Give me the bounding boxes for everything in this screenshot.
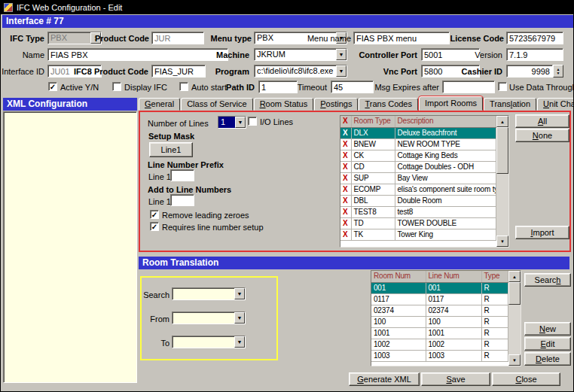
room-num-cell[interactable]: 100 — [371, 316, 426, 327]
line1-button[interactable]: Line1 — [149, 142, 193, 157]
room-num-cell[interactable]: 1001 — [371, 327, 426, 339]
table-row[interactable]: XTDTOWER DOUBLE — [340, 217, 496, 229]
dropdown-arrow-icon[interactable]: ▼ — [234, 312, 245, 324]
table-row[interactable]: 10011001R — [371, 327, 508, 339]
tab-trans-codes[interactable]: Trans Codes — [359, 98, 418, 111]
to-select[interactable]: ▼ — [172, 336, 246, 348]
type-cell[interactable]: R — [481, 282, 508, 293]
import-button[interactable]: Import — [515, 226, 569, 239]
room-type-cell[interactable]: BNEW — [351, 138, 395, 150]
line-num-cell[interactable]: 100 — [426, 316, 481, 327]
table-row[interactable]: 100100R — [371, 316, 508, 327]
room-num-cell[interactable]: 0117 — [371, 293, 426, 305]
description-cell[interactable]: test8 — [395, 206, 496, 217]
requires-line-number-setup-checkbox[interactable]: ✓ — [150, 222, 159, 231]
add-to-line-numbers-input[interactable] — [170, 194, 194, 206]
tab-room-status[interactable]: Room Status — [254, 98, 314, 111]
room-type-cell[interactable]: TD — [351, 217, 395, 229]
x-column-header[interactable]: X — [340, 116, 351, 127]
x-cell[interactable]: X — [340, 184, 351, 195]
tab-unit-charge[interactable]: Unit Charge — [537, 98, 574, 111]
tab-import-rooms[interactable]: Import Rooms — [419, 96, 483, 111]
room-type-cell[interactable]: CD — [351, 161, 395, 172]
save-button[interactable]: Save — [421, 372, 490, 386]
all-button[interactable]: All — [515, 114, 569, 128]
table-row[interactable]: XCDCottage Doubles - ODH — [340, 161, 496, 172]
line-num-cell[interactable]: 1001 — [426, 327, 481, 339]
x-cell[interactable]: X — [340, 195, 351, 206]
room-type-cell[interactable]: ECOMP — [351, 184, 395, 195]
description-cell[interactable]: Tower King — [395, 229, 496, 240]
dropdown-arrow-icon[interactable]: ▼ — [234, 288, 245, 299]
table-row[interactable]: XBNEWNEW ROOM TYPE — [340, 138, 496, 150]
line-num-cell[interactable]: 1002 — [426, 339, 481, 350]
controller-port-input[interactable] — [421, 48, 480, 61]
license-code-input[interactable] — [506, 32, 563, 44]
x-cell[interactable]: X — [340, 127, 351, 138]
description-cell[interactable]: elisa's component suite room type — [395, 184, 496, 195]
msg-expires-after-input[interactable] — [442, 81, 495, 93]
description-cell[interactable]: Double Room — [395, 195, 496, 206]
description-cell[interactable]: Bay View — [395, 172, 496, 184]
table-row[interactable]: XECOMPelisa's component suite room type — [340, 184, 496, 195]
close-button[interactable]: Close — [492, 372, 560, 386]
dropdown-arrow-icon[interactable]: ▼ — [235, 117, 246, 128]
type-cell[interactable]: R — [481, 305, 508, 316]
type-cell[interactable]: R — [481, 339, 508, 350]
description-cell[interactable]: TOWER DOUBLE — [395, 217, 496, 229]
room-translation-scrollbar[interactable]: ▲ ▼ — [508, 271, 521, 366]
dropdown-arrow-icon[interactable]: ▼ — [234, 336, 245, 348]
table-row[interactable]: 0237402374R — [371, 305, 508, 316]
use-data-through-checkbox[interactable] — [498, 82, 507, 91]
cashier-id-input[interactable] — [506, 65, 553, 77]
description-cell[interactable]: Cottage Doubles - ODH — [395, 161, 496, 172]
scrollbar-thumb[interactable] — [496, 127, 508, 174]
auto-start-checkbox[interactable] — [179, 82, 188, 91]
table-row[interactable]: XTKTower King — [340, 229, 496, 240]
name-input[interactable] — [47, 48, 228, 61]
number-of-lines-select[interactable]: 1 ▼ — [218, 116, 246, 129]
type-cell[interactable]: R — [481, 327, 508, 339]
line-num-cell[interactable]: 02374 — [426, 305, 481, 316]
x-cell[interactable]: X — [340, 206, 351, 217]
table-row[interactable]: XTEST8test8 — [340, 206, 496, 217]
table-row[interactable]: XCKCottage King Beds — [340, 150, 496, 161]
remove-leading-zeroes-checkbox[interactable]: ✓ — [150, 210, 159, 219]
x-cell[interactable]: X — [340, 138, 351, 150]
room-type-cell[interactable]: TK — [351, 229, 395, 240]
x-cell[interactable]: X — [340, 172, 351, 184]
table-row[interactable]: 10031003R — [371, 350, 508, 361]
version-input[interactable] — [506, 48, 563, 61]
delete-button[interactable]: Delete — [524, 352, 571, 366]
product-code-input[interactable] — [151, 32, 204, 44]
scrollbar-thumb[interactable] — [508, 282, 521, 305]
scroll-down-icon[interactable]: ▼ — [508, 354, 521, 366]
scroll-down-icon[interactable]: ▼ — [496, 236, 508, 247]
line-num-column-header[interactable]: Line Num — [426, 271, 481, 282]
generate-xml-button[interactable]: Generate XML — [349, 372, 420, 386]
room-num-cell[interactable]: 1002 — [371, 339, 426, 350]
dropdown-arrow-icon[interactable]: ▼ — [336, 65, 347, 77]
room-types-scrollbar[interactable]: ▲ ▼ — [496, 116, 508, 247]
tab-translation[interactable]: Translation — [484, 98, 536, 111]
room-num-column-header[interactable]: Room Num — [371, 271, 426, 282]
tab-general[interactable]: General — [139, 98, 180, 111]
table-row[interactable]: 10021002R — [371, 339, 508, 350]
active-yn-checkbox[interactable]: ✓ — [48, 82, 57, 91]
room-num-cell[interactable]: 1003 — [371, 350, 426, 361]
room-translation-table[interactable]: Room Num Line Num Type 001001R01170117R0… — [371, 270, 521, 366]
search-button[interactable]: Search — [524, 273, 571, 287]
type-column-header[interactable]: Type — [481, 271, 508, 282]
table-row[interactable]: XDBLDouble Room — [340, 195, 496, 206]
menu-name-input[interactable] — [353, 32, 450, 44]
x-cell[interactable]: X — [340, 150, 351, 161]
x-cell[interactable]: X — [340, 229, 351, 240]
tab-class-of-service[interactable]: Class of Service — [181, 98, 252, 111]
room-type-cell[interactable]: CK — [351, 150, 395, 161]
line-number-prefix-input[interactable] — [170, 169, 194, 181]
room-type-cell[interactable]: DBL — [351, 195, 395, 206]
type-cell[interactable]: R — [481, 293, 508, 305]
timeout-input[interactable] — [331, 81, 374, 93]
x-cell[interactable]: X — [340, 217, 351, 229]
program-select[interactable]: c:\fidelio\ifc8\ifc8.exe ▼ — [254, 65, 347, 77]
